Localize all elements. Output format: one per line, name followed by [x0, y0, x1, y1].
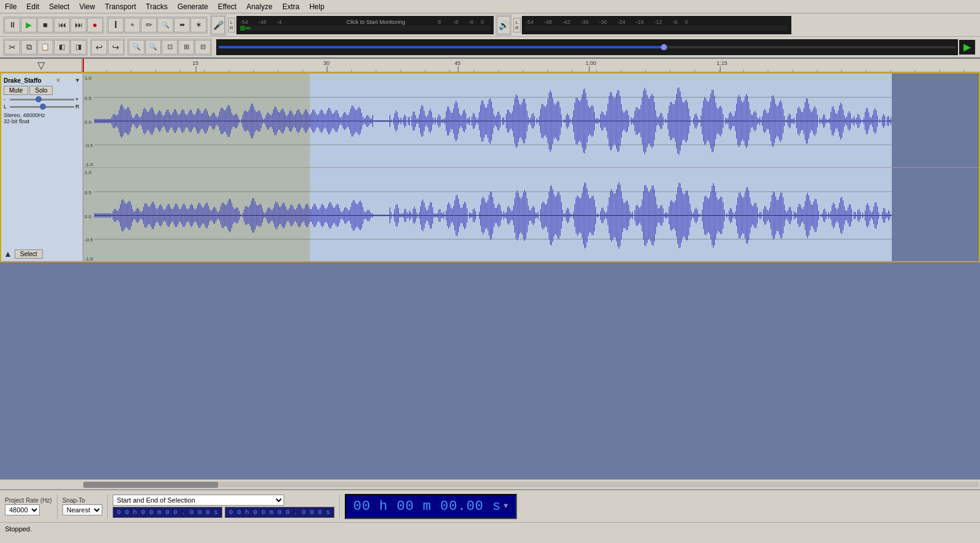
ruler-left-pad: ▽: [0, 59, 82, 72]
lr-indicator-output: LR: [513, 18, 521, 32]
divider3: [339, 494, 340, 518]
mute-button[interactable]: Mute: [4, 86, 28, 95]
undo-button[interactable]: ↩: [91, 40, 107, 55]
out-meter-0: 0: [685, 19, 694, 25]
menu-extra[interactable]: Extra: [277, 1, 304, 12]
track-dropdown-icon[interactable]: ▼: [75, 77, 80, 83]
zoom-out-button[interactable]: 🔍: [145, 40, 161, 55]
menu-transport[interactable]: Transport: [100, 1, 141, 12]
trim-button[interactable]: ◧: [54, 40, 70, 55]
play-button[interactable]: ▶: [21, 18, 37, 32]
pause-button[interactable]: ⏸: [4, 18, 20, 32]
time-start-input[interactable]: 0 0 h 0 0 m 0 0 . 0 0 0 s: [113, 507, 222, 518]
project-rate-control: Project Rate (Hz) 48000 44100 96000: [5, 497, 52, 515]
menu-edit[interactable]: Edit: [21, 1, 44, 12]
mic-button[interactable]: 🎤: [211, 16, 225, 34]
selection-mode-select[interactable]: Start and End of Selection Start and Len…: [113, 495, 284, 506]
play-green-button[interactable]: ▶: [959, 40, 975, 55]
gain-minus-label: -: [4, 96, 9, 102]
out-meter-n54: -54: [526, 19, 544, 25]
redo-button[interactable]: ↪: [108, 40, 124, 55]
zoom-fit-sel-button[interactable]: ⊞: [178, 40, 194, 55]
zoom-in-button[interactable]: 🔍: [129, 40, 145, 55]
gain-thumb[interactable]: [36, 96, 42, 102]
cut-button[interactable]: ✂: [4, 40, 20, 55]
select-tool-button[interactable]: I: [108, 18, 124, 32]
menu-file[interactable]: File: [0, 1, 21, 12]
envelope-tool-button[interactable]: ⌖: [124, 18, 140, 32]
paste-button[interactable]: 📋: [37, 40, 53, 55]
track-info: Stereo, 48000Hz 32-bit float: [4, 112, 80, 124]
multitool-button[interactable]: ✶: [190, 18, 206, 32]
speaker-button[interactable]: 🔊: [497, 16, 510, 34]
meter-label-n54: -54: [240, 19, 258, 25]
track-arrow-icon[interactable]: ▲: [4, 249, 12, 259]
transport-controls: ⏸ ▶ ■ ⏮ ⏭ ●: [3, 17, 104, 34]
copy-button[interactable]: ⧉: [21, 40, 37, 55]
meter-label-n8: -8: [453, 19, 469, 25]
gain-plus-label: +: [75, 96, 80, 102]
out-meter-n48: -48: [544, 19, 562, 25]
select-button[interactable]: Select: [15, 249, 43, 259]
scroll-track[interactable]: [83, 482, 979, 487]
stop-button[interactable]: ■: [37, 18, 53, 32]
menu-help[interactable]: Help: [304, 1, 330, 12]
status-bar: Stopped.: [0, 522, 980, 534]
pan-l-label: L: [4, 104, 9, 110]
out-meter-n6: -6: [673, 19, 685, 25]
gain-slider[interactable]: [10, 99, 74, 101]
top-channel[interactable]: [83, 74, 979, 168]
zoom-sub-button[interactable]: 🔍: [157, 18, 173, 32]
pan-slider[interactable]: [10, 106, 74, 108]
out-meter-n18: -18: [636, 19, 654, 25]
draw-tool-button[interactable]: ✏: [141, 18, 157, 32]
snap-to-select[interactable]: Nearest Off Prior: [62, 504, 102, 515]
divider2: [107, 494, 108, 518]
lr-indicator-input: LR: [228, 18, 235, 32]
zoom-fit-project-button[interactable]: ⊡: [162, 40, 178, 55]
divider1: [57, 494, 58, 518]
scroll-thumb[interactable]: [83, 482, 218, 488]
ruler[interactable]: [82, 59, 980, 72]
silence-button[interactable]: ◨: [70, 40, 86, 55]
project-rate-label: Project Rate (Hz): [5, 497, 52, 504]
project-rate-select[interactable]: 48000 44100 96000: [5, 504, 40, 515]
record-button[interactable]: ●: [87, 18, 103, 32]
track-name: Drake_Staffo: [4, 77, 42, 84]
menu-effect[interactable]: Effect: [213, 1, 241, 12]
hscrollbar[interactable]: [0, 479, 980, 489]
meter-label-n4: -4: [277, 19, 314, 25]
snap-to-label: Snap-To: [62, 497, 102, 504]
monitoring-label[interactable]: Click to Start Monitoring: [314, 19, 438, 25]
playback-meter-bar: [216, 39, 958, 55]
menu-generate[interactable]: Generate: [173, 1, 213, 12]
prev-button[interactable]: ⏮: [54, 18, 70, 32]
solo-button[interactable]: Solo: [29, 86, 53, 95]
menu-view[interactable]: View: [74, 1, 100, 12]
track-info-line2: 32-bit float: [4, 118, 80, 124]
track-controls: Drake_Staffo × ▼ Mute Solo - + L: [1, 74, 83, 261]
track-info-line1: Stereo, 48000Hz: [4, 112, 80, 118]
out-meter-n30: -30: [599, 19, 617, 25]
next-button[interactable]: ⏭: [70, 18, 86, 32]
zoom-full-button[interactable]: ⊟: [195, 40, 211, 55]
pan-thumb[interactable]: [40, 104, 46, 110]
bottom-channel[interactable]: [83, 168, 979, 262]
meter-label-8: 8: [438, 19, 453, 25]
bottom-controls: Project Rate (Hz) 48000 44100 96000 Snap…: [0, 490, 980, 522]
output-vu-meter: -54 -48 -42 -36 -30 -24 -18 -12 -6 0: [522, 16, 791, 34]
out-meter-n24: -24: [617, 19, 636, 25]
menu-analyze[interactable]: Analyze: [241, 1, 277, 12]
menu-tracks[interactable]: Tracks: [141, 1, 173, 12]
main-time-display: 00 h 00 m 00.00 s ▼: [345, 494, 518, 519]
timeshift-button[interactable]: ⬌: [174, 18, 190, 32]
selection-area: Start and End of Selection Start and Len…: [113, 495, 334, 518]
track-close-icon[interactable]: ×: [56, 76, 60, 85]
mic-controls: 🎤: [210, 15, 226, 36]
time-end-input[interactable]: 0 0 h 0 0 m 0 0 . 0 0 0 s: [225, 507, 334, 518]
time-display-value: 00 h 00 m 00.00 s: [353, 499, 501, 514]
time-display-dropdown[interactable]: ▼: [503, 502, 508, 511]
menu-select[interactable]: Select: [44, 1, 74, 12]
toolbar-area: ⏸ ▶ ■ ⏮ ⏭ ● I ⌖ ✏ 🔍 ⬌ ✶ 🎤 LR -54 -4: [0, 13, 980, 59]
edit-toolbar: ✂ ⧉ 📋 ◧ ◨: [3, 39, 88, 56]
